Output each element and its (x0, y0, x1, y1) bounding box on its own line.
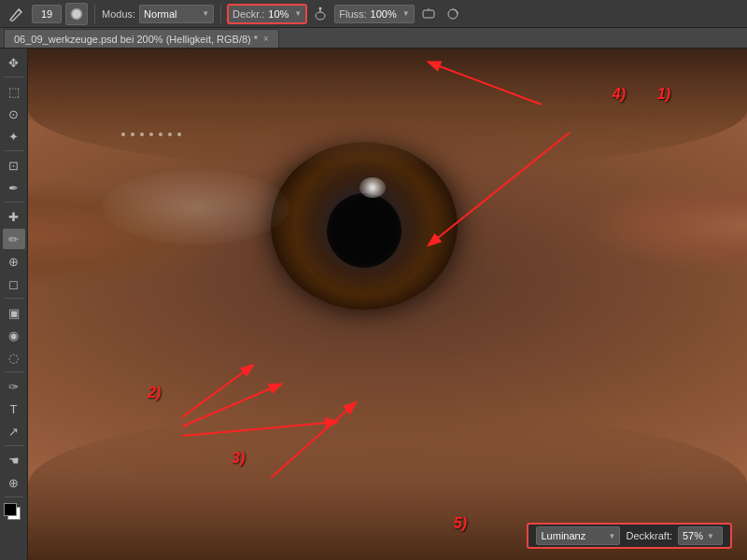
canvas-area[interactable]: 4) 2) 3) 5) 1) Luminanz ▼ Deckkraft: 57%… (28, 49, 747, 560)
eye-highlight (359, 177, 386, 198)
deckkraft-bottom-arrow: ▼ (707, 532, 714, 540)
fluss-input[interactable]: Fluss: 100% ▼ (334, 5, 414, 23)
svg-point-3 (319, 7, 322, 9)
brush-size-input[interactable]: 19 (32, 5, 62, 23)
luminanz-label: Luminanz (541, 530, 585, 541)
eyelash-dots (121, 133, 181, 136)
main-toolbar: 19 Modus: Normal ▼ Deckr.: 10% ▼ Fluss: … (0, 0, 747, 28)
tab-bar: 06_09_werkzeuge.psd bei 200% (Helligkeit… (0, 28, 747, 49)
tool-hand[interactable]: ☚ (3, 450, 25, 470)
luminanz-arrow: ▼ (609, 532, 616, 540)
eye-pupil (327, 193, 402, 268)
document-tab[interactable]: 06_09_werkzeuge.psd bei 200% (Helligkeit… (4, 29, 279, 48)
tool-eyedropper[interactable]: ✒ (3, 177, 25, 198)
color-swatches[interactable] (4, 503, 24, 522)
fluss-label: Fluss: (339, 8, 366, 20)
svg-rect-4 (423, 10, 434, 18)
tool-lasso[interactable]: ⊙ (3, 104, 25, 124)
svg-point-1 (316, 12, 325, 20)
tool-path[interactable]: ↗ (3, 421, 25, 441)
deckkraft-label-bottom: Deckkraft: (626, 530, 672, 541)
tab-close-button[interactable]: × (263, 34, 269, 44)
deckkraft-value-bottom[interactable]: 57% ▼ (678, 526, 723, 545)
tool-dodge[interactable]: ◌ (3, 347, 25, 368)
eye-corner-right (579, 179, 747, 273)
tool-move[interactable]: ✥ (3, 52, 25, 73)
tablet-pressure-icon[interactable] (418, 4, 439, 24)
tool-zoom[interactable]: ⊕ (3, 472, 25, 493)
tool-magic-wand[interactable]: ✦ (3, 126, 25, 147)
tool-eraser[interactable]: ◻ (3, 273, 25, 294)
eye-white (103, 170, 289, 245)
tool-marquee-rect[interactable]: ⬚ (3, 81, 25, 102)
airbrush-icon[interactable] (310, 4, 331, 24)
tool-brush[interactable]: ✏ (3, 229, 25, 249)
eyelid-upper (28, 49, 747, 170)
tool-blur[interactable]: ◉ (3, 325, 25, 345)
deckkraft-label: Deckr.: (233, 8, 264, 20)
tools-sidebar: ✥ ⬚ ⊙ ✦ ⊡ ✒ ✚ ✏ ⊕ ◻ ▣ ◉ ◌ ✑ T ↗ ☚ ⊕ (0, 49, 28, 560)
tablet-opacity-icon[interactable] (443, 4, 463, 24)
deckkraft-arrow: ▼ (294, 9, 302, 18)
tool-clone[interactable]: ⊕ (3, 251, 25, 272)
tab-title: 06_09_werkzeuge.psd bei 200% (Helligkeit… (14, 34, 258, 45)
tool-gradient[interactable]: ▣ (3, 302, 25, 323)
fluss-arrow: ▼ (402, 9, 410, 18)
modus-dropdown-arrow: ▼ (202, 9, 209, 18)
brush-tool-icon (6, 3, 28, 25)
tool-heal[interactable]: ✚ (3, 206, 25, 227)
tool-pen[interactable]: ✑ (3, 376, 25, 397)
svg-line-0 (19, 9, 21, 12)
tool-crop[interactable]: ⊡ (3, 155, 25, 175)
modus-dropdown[interactable]: Normal ▼ (139, 5, 214, 23)
tool-text[interactable]: T (3, 399, 25, 419)
luminanz-dropdown[interactable]: Luminanz ▼ (536, 526, 620, 545)
deckkraft-input[interactable]: Deckr.: 10% ▼ (228, 5, 306, 23)
bottom-overlay-bar: Luminanz ▼ Deckkraft: 57% ▼ (527, 523, 732, 549)
modus-label: Modus: (102, 8, 135, 20)
brush-preview[interactable] (65, 3, 88, 25)
